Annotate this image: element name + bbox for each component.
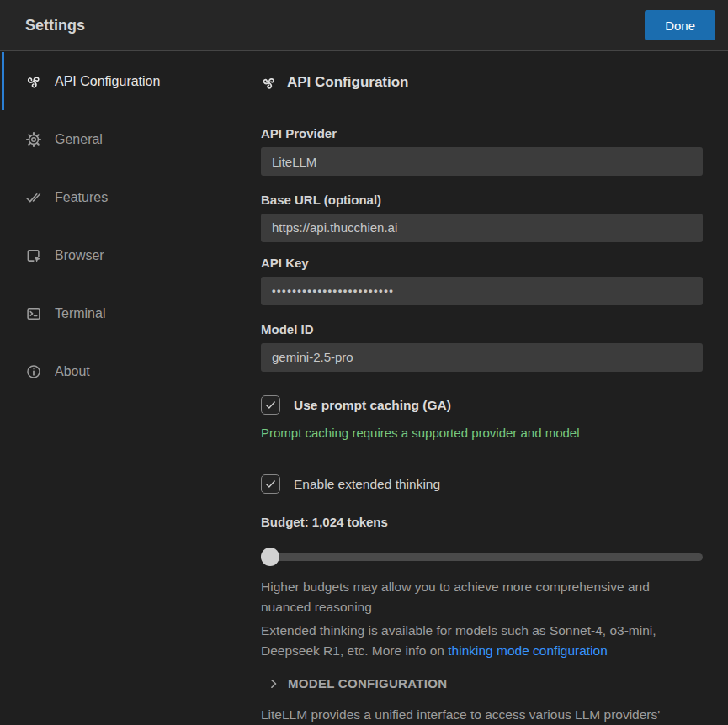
model-configuration-label: MODEL CONFIGURATION [288,676,447,691]
checkbox-checked-icon [261,395,280,415]
page-title: Settings [25,17,85,34]
budget-value: 1,024 tokens [309,515,388,529]
budget-help-text: Higher budgets may allow you to achieve … [261,577,703,617]
terminal-icon [25,305,42,322]
checklist-icon [25,189,42,206]
thinking-info-text: Extended thinking is available for model… [261,621,703,660]
sidebar-item-label: Terminal [55,306,105,321]
model-id-label: Model ID [261,322,703,336]
sidebar-item-label: General [55,132,103,147]
base-url-input[interactable] [261,214,703,242]
inspect-icon [25,247,42,264]
sidebar-item-browser[interactable]: Browser [0,226,244,284]
api-icon [25,73,42,90]
prompt-caching-note: Prompt caching requires a supported prov… [261,426,703,440]
api-key-label: API Key [261,256,703,270]
provider-description-text: LiteLLM provides a unified interface to … [261,705,703,725]
budget-label: Budget: 1,024 tokens [261,515,703,529]
sidebar-item-about[interactable]: About [0,342,244,400]
section-heading: API Configuration [261,74,703,91]
thinking-mode-configuration-link[interactable]: thinking mode configuration [448,643,608,658]
api-icon [261,75,277,91]
gear-icon [25,131,42,148]
info-icon [25,363,42,380]
settings-header: Settings Done [0,0,728,51]
api-configuration-panel: API Configuration API Provider LiteLLM B… [261,52,703,725]
prompt-caching-checkbox[interactable]: Use prompt caching (GA) [261,395,703,415]
done-button[interactable]: Done [645,10,715,40]
slider-track[interactable] [261,553,703,561]
settings-sidebar: API Configuration General Features [0,52,244,725]
section-title: API Configuration [287,74,408,91]
sidebar-item-general[interactable]: General [0,110,244,168]
model-id-input[interactable] [261,343,703,372]
sidebar-item-label: Browser [55,248,104,263]
checkbox-checked-icon [261,474,280,494]
sidebar-item-label: About [55,364,90,379]
sidebar-item-terminal[interactable]: Terminal [0,284,244,342]
sidebar-item-api-configuration[interactable]: API Configuration [0,52,244,110]
sidebar-item-label: API Configuration [55,74,160,89]
extended-thinking-checkbox[interactable]: Enable extended thinking [261,474,703,494]
api-provider-select[interactable]: LiteLLM [261,147,703,176]
sidebar-item-label: Features [55,190,108,205]
api-provider-label: API Provider [261,126,703,140]
budget-slider[interactable] [261,548,703,566]
base-url-label: Base URL (optional) [261,193,703,207]
sidebar-item-features[interactable]: Features [0,168,244,226]
api-key-input[interactable] [261,277,703,305]
budget-label-prefix: Budget: [261,515,309,529]
chevron-right-icon [268,678,279,690]
prompt-caching-label: Use prompt caching (GA) [294,398,451,413]
model-configuration-toggle[interactable]: MODEL CONFIGURATION [268,676,703,691]
slider-thumb[interactable] [261,548,279,566]
extended-thinking-label: Enable extended thinking [294,477,440,492]
